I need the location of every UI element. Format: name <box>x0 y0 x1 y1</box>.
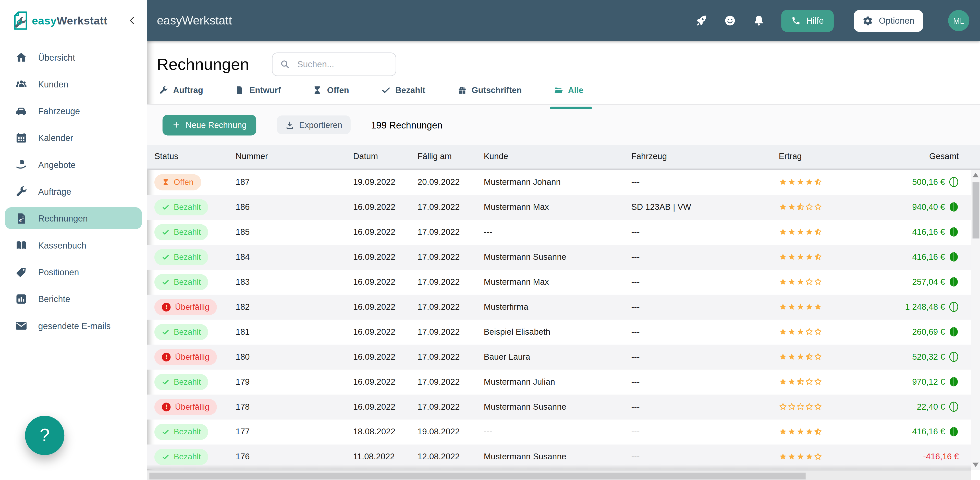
star-full-icon <box>796 353 805 361</box>
sidebar-nav: Übersicht Kunden Fahrzeuge Kalender Ange… <box>0 41 147 336</box>
horizontal-scrollbar[interactable] <box>147 470 971 480</box>
invoice-row-187[interactable]: Offen 187 19.09.2022 20.09.2022 Musterma… <box>147 170 980 195</box>
sidebar-item-gesendete-emails[interactable]: gesendete E-mails <box>5 315 142 336</box>
payment-complete-icon <box>949 326 959 337</box>
vertical-scrollbar[interactable] <box>971 170 980 470</box>
sidebar-collapse-button[interactable] <box>126 14 138 27</box>
sidebar-item-kassenbuch[interactable]: Kassenbuch <box>5 234 142 256</box>
vehicle: --- <box>631 402 779 412</box>
star-full-icon <box>779 428 787 436</box>
tab-label: Entwurf <box>249 86 281 95</box>
rating-stars <box>779 253 872 261</box>
rating-stars <box>779 303 872 311</box>
total-amount: 257,04 € <box>912 277 945 287</box>
invoice-number: 186 <box>235 202 353 212</box>
vehicle: --- <box>631 352 779 361</box>
sidebar-item-fahrzeuge[interactable]: Fahrzeuge <box>5 100 142 122</box>
customer-name: Mustermann Max <box>484 202 632 212</box>
invoice-number: 181 <box>235 327 353 336</box>
sidebar-item-label: Kalender <box>38 133 73 143</box>
status-label: Bezahlt <box>174 327 201 336</box>
export-button[interactable]: Exportieren <box>277 116 350 134</box>
smiley-icon[interactable] <box>723 14 736 27</box>
sidebar-item-positionen[interactable]: Positionen <box>5 261 142 283</box>
customer-name: Musterfirma <box>484 302 632 312</box>
rating-stars <box>779 453 872 461</box>
scroll-down-arrow[interactable] <box>973 463 979 467</box>
invoice-row-185[interactable]: Bezahlt 185 16.09.2022 17.09.2022 --- --… <box>147 220 980 244</box>
vehicle: --- <box>631 227 779 236</box>
phone-icon <box>791 16 801 25</box>
sidebar-item-kalender[interactable]: Kalender <box>5 127 142 149</box>
tab-bezahlt[interactable]: Bezahlt <box>381 84 428 104</box>
user-avatar[interactable]: ML <box>948 10 969 31</box>
vertical-scrollbar-thumb[interactable] <box>972 182 979 238</box>
invoice-row-181[interactable]: Bezahlt 181 16.09.2022 17.09.2022 Beispi… <box>147 319 980 344</box>
customer-name: --- <box>484 227 632 236</box>
status-badge: Bezahlt <box>154 374 208 390</box>
invoice-number: 183 <box>235 277 353 287</box>
tab-gutschriften[interactable]: Gutschriften <box>457 84 525 104</box>
help-fab-button[interactable]: ? <box>25 416 64 455</box>
tab-auftrag[interactable]: Auftrag <box>159 84 206 104</box>
invoice-row-182[interactable]: !Überfällig 182 16.09.2022 17.09.2022 Mu… <box>147 295 980 319</box>
total-amount: -416,16 € <box>923 452 959 461</box>
scroll-up-arrow[interactable] <box>973 173 979 177</box>
bell-icon[interactable] <box>752 14 765 27</box>
topbar-title: easyWerkstatt <box>157 14 232 27</box>
svg-text:€: € <box>19 218 22 223</box>
sidebar-item-label: Angebote <box>38 160 76 170</box>
sidebar-item-auftraege[interactable]: Aufträge <box>5 181 142 203</box>
sidebar-item-angebote[interactable]: Angebote <box>5 154 142 175</box>
invoice-number: 178 <box>235 402 353 412</box>
due-date: 17.09.2022 <box>417 377 484 387</box>
rating-stars <box>779 178 872 186</box>
new-invoice-button[interactable]: Neue Rechnung <box>162 114 256 135</box>
status-label: Bezahlt <box>174 202 201 212</box>
invoice-row-180[interactable]: !Überfällig 180 16.09.2022 17.09.2022 Ba… <box>147 344 980 369</box>
invoice-row-178[interactable]: !Überfällig 178 16.09.2022 17.09.2022 Mu… <box>147 394 980 419</box>
vehicle: --- <box>631 277 779 287</box>
wrench-icon <box>159 86 168 95</box>
status-label: Bezahlt <box>174 277 201 287</box>
options-button[interactable]: Optionen <box>854 10 923 32</box>
horizontal-scrollbar-thumb[interactable] <box>149 472 805 479</box>
tab-entwurf[interactable]: Entwurf <box>235 84 284 104</box>
due-date: 17.09.2022 <box>417 227 484 236</box>
payment-open-icon <box>949 177 959 187</box>
invoice-date: 16.09.2022 <box>353 402 417 412</box>
sidebar-item-label: Übersicht <box>38 52 75 62</box>
star-full-icon <box>779 377 787 386</box>
due-date: 17.09.2022 <box>417 327 484 336</box>
star-full-icon <box>779 453 787 461</box>
customer-name: Mustermann Susanne <box>484 252 632 261</box>
invoice-row-183[interactable]: Bezahlt 183 16.09.2022 17.09.2022 Muster… <box>147 269 980 295</box>
hourglass-icon <box>313 86 322 95</box>
star-half-icon <box>814 253 822 261</box>
search-input[interactable] <box>296 59 388 70</box>
page-content: Rechnungen Auftrag Entwurf Offen Bezahlt… <box>147 41 980 480</box>
invoice-row-186[interactable]: Bezahlt 186 16.09.2022 17.09.2022 Muster… <box>147 195 980 220</box>
invoice-row-177[interactable]: Bezahlt 177 18.08.2022 19.08.2022 --- --… <box>147 419 980 444</box>
help-button-label: Hilfe <box>807 16 824 25</box>
sidebar-item-berichte[interactable]: Berichte <box>5 288 142 310</box>
status-badge: Bezahlt <box>154 324 208 340</box>
star-empty-icon <box>788 402 796 411</box>
invoice-row-176[interactable]: Bezahlt 176 11.08.2022 12.08.2022 Muster… <box>147 444 980 469</box>
help-button[interactable]: Hilfe <box>781 10 834 32</box>
invoice-row-179[interactable]: Bezahlt 179 16.09.2022 17.09.2022 Muster… <box>147 369 980 394</box>
sidebar-item-uebersicht[interactable]: Übersicht <box>5 46 142 68</box>
sidebar-item-rechnungen[interactable]: € Rechnungen <box>5 207 142 229</box>
star-full-icon <box>788 353 796 361</box>
invoice-date: 16.09.2022 <box>353 202 417 212</box>
star-empty-icon <box>814 353 822 361</box>
tab-offen[interactable]: Offen <box>313 84 352 104</box>
invoice-row-184[interactable]: Bezahlt 184 16.09.2022 17.09.2022 Muster… <box>147 244 980 269</box>
star-full-icon <box>805 303 813 311</box>
tab-alle[interactable]: Alle <box>554 84 587 104</box>
star-half-icon <box>796 377 805 386</box>
rocket-icon[interactable] <box>694 14 708 27</box>
total-amount: 416,16 € <box>912 252 945 261</box>
sidebar-item-kunden[interactable]: Kunden <box>5 73 142 95</box>
due-date: 17.09.2022 <box>417 277 484 287</box>
